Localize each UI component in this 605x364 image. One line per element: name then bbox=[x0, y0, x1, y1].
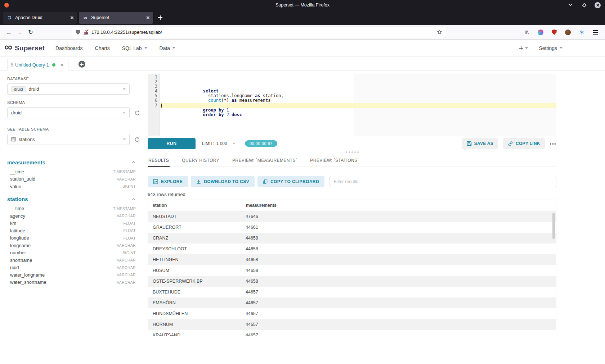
table-row[interactable]: KRAUTSAND 44657 bbox=[148, 330, 556, 336]
cell-measurements: 44658 bbox=[241, 276, 556, 287]
superset-logo[interactable]: ∞ Superset bbox=[4, 44, 45, 52]
schema-table-header[interactable]: stations bbox=[7, 195, 136, 204]
tracking-protection-shield-icon[interactable] bbox=[76, 30, 80, 35]
table-row[interactable]: EMSHÖRN 44657 bbox=[148, 297, 556, 308]
table-row[interactable]: OSTE-SPERRWERK BP 44658 bbox=[148, 276, 556, 287]
url-bar[interactable]: 172.18.0.4:32251/superset/sqllab/ bbox=[72, 27, 446, 38]
query-tab[interactable]: Untitled Query 1 bbox=[7, 59, 68, 71]
settings-menu-button[interactable]: Settings bbox=[539, 45, 563, 51]
insecure-lock-icon[interactable] bbox=[84, 29, 88, 35]
forward-button[interactable]: → bbox=[14, 27, 25, 38]
download-csv-button[interactable]: DOWNLOAD TO CSV bbox=[191, 176, 255, 187]
results-tab[interactable]: PREVIEW: `STATIONS` bbox=[309, 155, 360, 167]
bookmark-star-icon[interactable] bbox=[437, 29, 442, 35]
window-minimize-button[interactable] bbox=[567, 2, 574, 8]
table-row[interactable]: HÖRNUM 44657 bbox=[148, 319, 556, 330]
add-menu-button[interactable] bbox=[519, 46, 528, 50]
window-maximize-button[interactable] bbox=[581, 2, 587, 8]
library-icon[interactable] bbox=[522, 28, 532, 37]
nav-item[interactable]: SQL Lab bbox=[122, 45, 147, 51]
cell-station: CRANZ bbox=[148, 233, 241, 244]
snowflake-extension-icon[interactable] bbox=[577, 28, 586, 37]
limit-value: 1 000 bbox=[216, 141, 227, 146]
download-csv-label: DOWNLOAD TO CSV bbox=[204, 179, 249, 184]
query-tab-bar: Untitled Query 1 bbox=[0, 57, 605, 71]
new-tab-button[interactable] bbox=[155, 13, 165, 23]
copy-to-clipboard-label: COPY TO CLIPBOARD bbox=[270, 179, 319, 184]
table-row[interactable]: CRANZ 44658 bbox=[148, 233, 556, 244]
browser-tab[interactable]: Apache Druid bbox=[3, 12, 77, 24]
column-row: latitude FLOAT bbox=[7, 227, 136, 235]
caret-down-icon bbox=[560, 47, 563, 49]
table-row[interactable]: DREYSCHLOOT 44658 bbox=[148, 244, 556, 254]
results-scrollbar[interactable] bbox=[552, 213, 555, 239]
nav-item[interactable]: Dashboards bbox=[55, 45, 83, 51]
tab-close-icon[interactable] bbox=[146, 16, 149, 19]
nav-item[interactable]: Data bbox=[160, 45, 176, 51]
table-row[interactable]: HUNDSMÜHLEN 44657 bbox=[148, 308, 556, 319]
copy-link-button[interactable]: COPY LINK bbox=[503, 138, 545, 149]
schema-label: SCHEMA bbox=[7, 100, 144, 105]
table-row[interactable]: HUSUM 44658 bbox=[148, 265, 556, 276]
sql-editor[interactable]: 1234567 select stations. bbox=[148, 74, 556, 136]
reload-button[interactable]: ↻ bbox=[25, 27, 36, 38]
table-select[interactable]: stations bbox=[7, 134, 130, 145]
results-tab[interactable]: RESULTS bbox=[148, 155, 170, 167]
column-type: VARCHAR bbox=[117, 177, 136, 181]
table-row[interactable]: GRAUERORT 44661 bbox=[148, 222, 556, 233]
more-options-button[interactable]: ••• bbox=[550, 141, 556, 146]
browser-tab[interactable]: Superset bbox=[79, 12, 153, 24]
refresh-schema-button[interactable] bbox=[134, 110, 140, 116]
cell-measurements: 47646 bbox=[241, 211, 556, 222]
table-row[interactable]: BUXTEHUDE 44657 bbox=[148, 287, 556, 297]
ublock-extension-icon[interactable] bbox=[550, 28, 559, 37]
pane-splitter[interactable] bbox=[148, 149, 556, 155]
copy-to-clipboard-button[interactable]: COPY TO CLIPBOARD bbox=[257, 176, 324, 187]
results-table: station measurements NEUSTADT 47646 GRAU… bbox=[148, 200, 556, 336]
query-timer-badge: 00:00:00.87 bbox=[245, 140, 277, 147]
collapse-chevron-up-icon[interactable] bbox=[131, 160, 136, 164]
editor-code-area[interactable]: select stations.longname as station, cou… bbox=[160, 74, 556, 136]
sqllab-left-panel: DATABASE druid druid SCHEMA druid SEE TA… bbox=[0, 71, 144, 291]
table-row[interactable]: NEUSTADT 47646 bbox=[148, 211, 556, 222]
filter-results-input[interactable] bbox=[330, 176, 556, 187]
column-header-measurements[interactable]: measurements bbox=[241, 200, 556, 211]
save-as-button[interactable]: SAVE AS bbox=[462, 138, 498, 149]
column-row: km FLOAT bbox=[7, 220, 136, 227]
plus-icon bbox=[519, 46, 523, 50]
column-type: BIGINT bbox=[122, 251, 136, 255]
cell-measurements: 44657 bbox=[241, 319, 556, 330]
url-text[interactable]: 172.18.0.4:32251/superset/sqllab/ bbox=[91, 29, 434, 35]
explore-label: EXPLORE bbox=[161, 179, 183, 184]
run-button[interactable]: RUN bbox=[148, 138, 196, 149]
back-button[interactable]: ← bbox=[4, 27, 14, 38]
cell-station: KRAUTSAND bbox=[148, 330, 241, 336]
account-icon[interactable] bbox=[536, 28, 545, 37]
database-select[interactable]: druid druid bbox=[7, 83, 130, 95]
schema-table-header[interactable]: measurements bbox=[7, 158, 136, 167]
results-actions: EXPLORE DOWNLOAD TO CSV COPY TO CLIPBOAR… bbox=[148, 176, 556, 187]
cell-measurements: 44658 bbox=[241, 265, 556, 276]
query-tab-close-icon[interactable] bbox=[60, 63, 63, 67]
drag-handle-icon[interactable] bbox=[11, 63, 12, 64]
column-row: longname VARCHAR bbox=[7, 242, 136, 249]
limit-dropdown[interactable]: LIMIT: 1 000 bbox=[202, 141, 236, 146]
sqllab-workspace: DATABASE druid druid SCHEMA druid SEE TA… bbox=[0, 71, 605, 336]
menu-button[interactable] bbox=[591, 28, 600, 37]
column-row: agency VARCHAR bbox=[7, 212, 136, 220]
collapse-chevron-up-icon[interactable] bbox=[131, 197, 136, 201]
tab-favicon-icon bbox=[6, 15, 12, 21]
schema-select[interactable]: druid bbox=[7, 107, 130, 118]
extension-icon[interactable] bbox=[563, 28, 573, 37]
floppy-save-icon bbox=[467, 141, 472, 146]
tab-close-icon[interactable] bbox=[70, 16, 73, 19]
refresh-table-button[interactable] bbox=[134, 137, 140, 142]
add-query-tab-button[interactable] bbox=[79, 61, 85, 68]
explore-button[interactable]: EXPLORE bbox=[148, 176, 188, 187]
column-header-station[interactable]: station bbox=[148, 200, 241, 211]
results-tab[interactable]: QUERY HISTORY bbox=[181, 155, 220, 167]
table-row[interactable]: HETLINGEN 44658 bbox=[148, 254, 556, 265]
results-tab[interactable]: PREVIEW: `MEASUREMENTS` bbox=[232, 155, 298, 167]
window-close-button[interactable] bbox=[595, 2, 601, 8]
nav-item[interactable]: Charts bbox=[95, 45, 110, 51]
